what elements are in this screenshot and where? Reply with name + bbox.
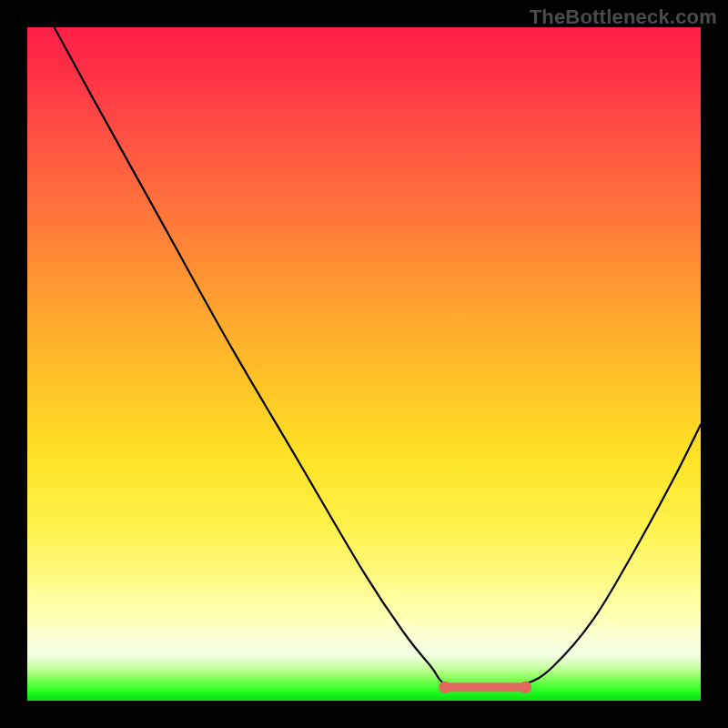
watermark-text: TheBottleneck.com: [530, 5, 717, 29]
chart-frame: TheBottleneck.com: [0, 0, 728, 728]
chart-svg: [27, 27, 701, 701]
plateau-end-right: [520, 682, 531, 693]
plot-area: [27, 27, 701, 701]
plateau-end-left: [439, 682, 450, 693]
bottleneck-curve: [55, 27, 701, 688]
